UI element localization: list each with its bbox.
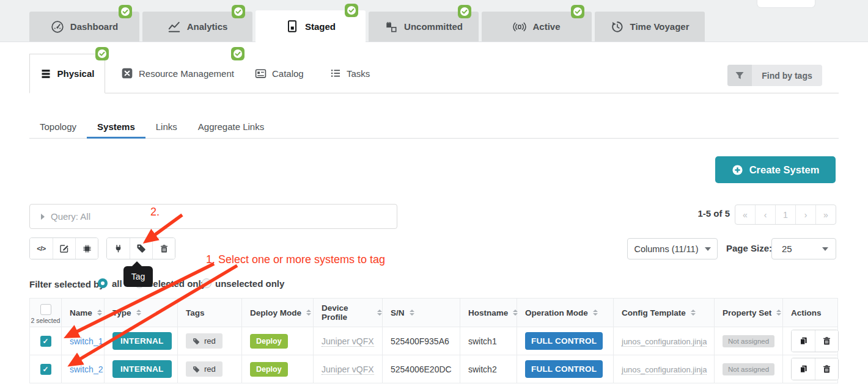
config-template-link[interactable]: junos_configuration.jinja	[622, 365, 707, 375]
tag-button[interactable]	[130, 238, 152, 259]
annotation-step-2: 2.	[150, 206, 160, 219]
sort-icon[interactable]	[410, 310, 414, 316]
tab-dashboard[interactable]: Dashboard	[29, 12, 139, 42]
row-actions	[791, 358, 839, 380]
sort-icon[interactable]	[691, 310, 696, 316]
system-name-link[interactable]: switch_2	[70, 364, 103, 374]
tab-tasks[interactable]: Tasks	[330, 54, 370, 93]
plug-button[interactable]	[107, 238, 130, 259]
tab-topology[interactable]: Topology	[29, 115, 87, 138]
device-profile-link[interactable]: Juniper vQFX	[322, 336, 374, 347]
find-by-tags-button[interactable]: Find by tags	[727, 65, 822, 86]
topright-partial-button[interactable]	[757, 0, 815, 8]
copy-button[interactable]	[792, 358, 815, 380]
tag-chip[interactable]: red	[186, 333, 223, 349]
broadcast-icon	[513, 20, 526, 34]
tab-label: Active	[532, 21, 560, 32]
page-size-select[interactable]: 25	[771, 238, 836, 259]
tab-staged[interactable]: Staged	[256, 10, 366, 42]
tab-analytics[interactable]: Analytics	[142, 12, 252, 42]
filter-label: Filter selected by	[29, 279, 105, 289]
edit-button[interactable]	[53, 238, 75, 259]
graph-query-button[interactable]: </>	[30, 238, 53, 259]
system-name-link[interactable]: switch_1	[70, 336, 103, 346]
tab-links[interactable]: Links	[145, 115, 188, 138]
chip-button[interactable]	[75, 238, 98, 259]
sort-icon[interactable]	[306, 310, 311, 316]
tab-label: Time Voyager	[630, 21, 690, 32]
radio-selected-only-label[interactable]: selected only	[148, 278, 206, 289]
sort-icon[interactable]	[593, 310, 598, 316]
sort-icon[interactable]	[377, 310, 382, 316]
first-page-button[interactable]: «	[735, 205, 755, 224]
type-badge: INTERNAL	[112, 332, 172, 350]
radio-unselected-only[interactable]	[202, 278, 211, 288]
select-all-checkbox[interactable]	[40, 304, 51, 315]
tab-time-voyager[interactable]: Time Voyager	[595, 12, 705, 42]
page-size-label: Page Size:	[726, 243, 772, 253]
sort-icon[interactable]	[513, 310, 518, 316]
tag-chip[interactable]: red	[186, 361, 223, 377]
type-badge: INTERNAL	[112, 360, 172, 378]
row-checkbox[interactable]: ✓	[40, 336, 51, 347]
tab-label: Analytics	[187, 21, 228, 32]
committed-check-badge	[95, 47, 109, 60]
copy-button[interactable]	[792, 330, 815, 352]
config-template-link[interactable]: junos_configuration.jinja	[622, 337, 707, 347]
delete-button[interactable]	[815, 358, 838, 380]
next-page-button[interactable]: ›	[795, 205, 815, 224]
hostname: switch2	[468, 364, 497, 374]
tag-icon	[193, 366, 200, 373]
radio-all-label[interactable]: all	[112, 278, 122, 289]
last-page-button[interactable]: »	[815, 205, 836, 224]
tab-label: Tasks	[347, 68, 370, 79]
deploy-mode-badge: Deploy	[250, 362, 288, 377]
tab-physical[interactable]: Physical	[29, 54, 105, 93]
committed-check-badge	[571, 5, 584, 18]
history-icon	[611, 20, 624, 34]
pagination-range: 1-5 of 5	[696, 208, 730, 219]
tab-systems[interactable]: Systems	[87, 115, 145, 138]
prev-page-button[interactable]: ‹	[755, 205, 775, 224]
copy-icon	[799, 364, 808, 374]
sort-icon[interactable]	[136, 310, 141, 316]
tab-label: Catalog	[272, 68, 304, 79]
sort-icon[interactable]	[776, 310, 781, 316]
tab-catalog[interactable]: Catalog	[255, 54, 304, 93]
delete-button[interactable]	[152, 238, 175, 259]
table-header-row: 2 selected Name Type Tags Deploy Mode De…	[30, 299, 838, 327]
query-label: Query: All	[51, 211, 90, 222]
toolbar-group-actions	[106, 237, 175, 259]
page-number[interactable]: 1	[775, 205, 795, 224]
delete-button[interactable]	[815, 330, 838, 352]
radio-unselected-only-label[interactable]: unselected only	[215, 278, 284, 289]
tab-resource-management[interactable]: Resource Management	[121, 54, 234, 93]
tab-aggregate-links[interactable]: Aggregate Links	[188, 115, 274, 138]
resource-x-icon	[121, 67, 133, 79]
committed-check-badge	[345, 4, 358, 17]
row-checkbox[interactable]: ✓	[40, 364, 51, 375]
code-icon: </>	[37, 245, 45, 252]
trash-icon	[160, 244, 169, 253]
operation-mode-badge: FULL CONTROL	[525, 332, 603, 350]
tab-active[interactable]: Active	[482, 12, 592, 42]
committed-check-badge	[232, 5, 245, 18]
create-system-button[interactable]: Create System	[715, 156, 836, 183]
tag-icon	[136, 244, 146, 253]
annotation-step-1: 1. Select one or more systems to tag	[206, 253, 385, 266]
pagination-controls: « ‹ 1 › »	[735, 205, 836, 225]
device-profile-link[interactable]: Juniper vQFX	[322, 364, 374, 375]
serial-number: 525400F935A6	[391, 336, 449, 346]
row-actions	[791, 330, 839, 352]
chevron-down-icon	[705, 247, 711, 251]
tab-label: Physical	[57, 68, 95, 79]
columns-dropdown[interactable]: Columns (11/11)	[627, 238, 718, 259]
rack-stack-icon	[40, 68, 51, 79]
tab-uncommitted[interactable]: Uncommitted	[369, 12, 479, 42]
tab-label: Staged	[305, 21, 336, 32]
systems-table: 2 selected Name Type Tags Deploy Mode De…	[29, 298, 838, 383]
blueprint-subtab-bar: Physical Resource Management Catalog Tas…	[29, 54, 839, 93]
sort-icon[interactable]	[97, 310, 102, 316]
radio-all[interactable]	[98, 278, 108, 288]
query-panel[interactable]: Query: All	[29, 204, 397, 229]
